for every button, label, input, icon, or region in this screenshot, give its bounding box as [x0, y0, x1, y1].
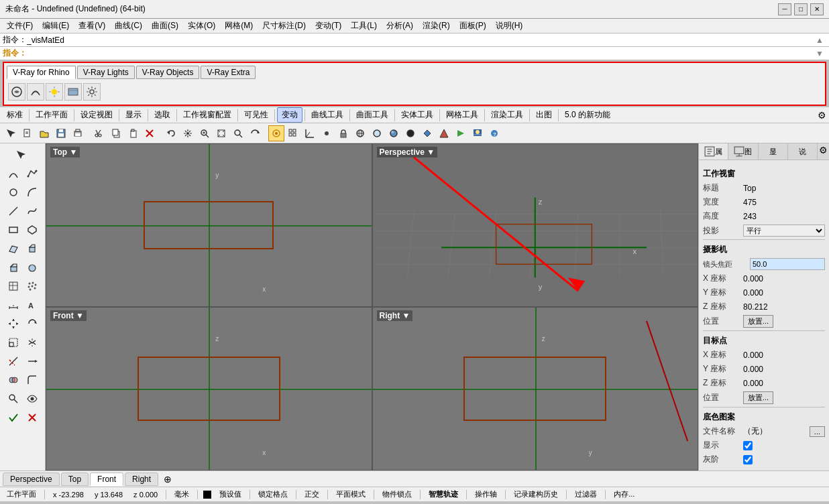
menu-dimension[interactable]: 尺寸标注(D): [258, 19, 310, 33]
tb-display[interactable]: 显示: [121, 108, 146, 122]
lt-box[interactable]: [5, 259, 22, 276]
tb-solid-tools[interactable]: 实体工具: [397, 108, 437, 122]
viewport-front[interactable]: x z Front ▼: [46, 307, 372, 470]
rp-tab-properties[interactable]: 属: [699, 143, 728, 160]
lt-surface[interactable]: [5, 240, 22, 257]
command-line-2[interactable]: 指令： ▼: [0, 47, 829, 60]
tb-new-features[interactable]: 5.0 的新功能: [561, 108, 614, 122]
minimize-button[interactable]: ─: [778, 3, 791, 15]
tool-sphere-black[interactable]: [402, 125, 419, 141]
lt-dimension[interactable]: [5, 296, 22, 314]
lt-scale[interactable]: [5, 334, 22, 351]
menu-help[interactable]: 说明(H): [492, 19, 527, 33]
tool-render[interactable]: [469, 125, 486, 141]
tool-delete[interactable]: [142, 125, 158, 141]
lt-extend[interactable]: [23, 353, 41, 370]
tb-transform[interactable]: 变动: [277, 107, 302, 123]
btab-perspective[interactable]: Perspective: [3, 472, 60, 486]
tool-zoom-selected[interactable]: [230, 125, 246, 141]
tool-snap[interactable]: [268, 125, 284, 141]
sb-record-history[interactable]: 记录建构历史: [511, 489, 561, 499]
tool-ortho[interactable]: [302, 125, 318, 141]
menu-file[interactable]: 文件(F): [3, 19, 37, 33]
viewport-perspective-label[interactable]: Perspective ▼: [377, 147, 438, 158]
maximize-button[interactable]: □: [794, 3, 808, 15]
tool-pan[interactable]: [180, 125, 196, 141]
menu-analysis[interactable]: 分析(A): [382, 19, 417, 33]
tool-zoom-extents[interactable]: [213, 125, 229, 141]
tool-sphere-solid[interactable]: [386, 125, 402, 141]
menu-tools[interactable]: 工具(L): [347, 19, 381, 33]
sb-planar[interactable]: 平面模式: [333, 489, 368, 499]
tb-setview[interactable]: 设定视图: [76, 108, 117, 122]
lt-visibility-toggle[interactable]: [23, 390, 41, 407]
lt-circle[interactable]: [5, 184, 22, 201]
lt-arc[interactable]: [23, 184, 41, 201]
tool-point[interactable]: [319, 125, 335, 141]
sb-ortho[interactable]: 正交: [302, 489, 322, 499]
lt-fillet[interactable]: [23, 371, 41, 389]
tb-surface-tools[interactable]: 曲面工具: [352, 108, 392, 122]
tool-open[interactable]: [36, 125, 52, 141]
menu-transform[interactable]: 变动(T): [311, 19, 345, 33]
viewport-perspective[interactable]: x z y Perspective ▼: [372, 143, 699, 307]
rp-tgt-pos-button[interactable]: 放置...: [743, 391, 773, 404]
cmd-scroll-down[interactable]: ▼: [816, 49, 826, 58]
rp-projection-select[interactable]: 平行 透视: [743, 225, 825, 237]
lt-mesh[interactable]: [5, 277, 22, 295]
lt-polygon[interactable]: [23, 221, 41, 239]
tool-paste[interactable]: [125, 125, 141, 141]
vray-icon-3[interactable]: [46, 83, 63, 101]
rp-tab-display[interactable]: 图: [728, 143, 758, 160]
tool-undo[interactable]: [163, 125, 179, 141]
tb-workplane[interactable]: 工作平面: [32, 108, 72, 122]
sb-filter[interactable]: 过滤器: [572, 489, 600, 499]
rp-settings-icon[interactable]: ⚙: [818, 143, 829, 160]
tb-curve-tools[interactable]: 曲线工具: [307, 108, 347, 122]
menu-solid[interactable]: 实体(O): [184, 19, 219, 33]
tool-material[interactable]: [436, 125, 452, 141]
btab-front[interactable]: Front: [90, 472, 123, 486]
menu-render[interactable]: 渲染(R): [419, 19, 454, 33]
lt-boolean[interactable]: [5, 371, 22, 389]
cmd-input[interactable]: [27, 49, 816, 58]
tool-render-preview[interactable]: [453, 125, 469, 141]
lt-mirror[interactable]: [23, 334, 41, 351]
tool-globe[interactable]: [352, 125, 368, 141]
viewport-top-label[interactable]: Top ▼: [50, 147, 80, 158]
rp-bg-gray-checkbox[interactable]: [743, 455, 753, 464]
tool-lock[interactable]: [335, 125, 351, 141]
tool-grid-snap[interactable]: [285, 125, 301, 141]
tool-arrow[interactable]: [3, 125, 19, 141]
tool-print[interactable]: [70, 125, 86, 141]
lt-analyze[interactable]: [5, 390, 22, 407]
lt-rectangle[interactable]: [5, 221, 22, 239]
menu-edit[interactable]: 编辑(E): [38, 19, 73, 33]
vray-tab-extra[interactable]: V-Ray Extra: [201, 66, 256, 79]
tb-visibility[interactable]: 可见性: [240, 108, 272, 122]
tb-print[interactable]: 出图: [532, 108, 556, 122]
vray-icon-4[interactable]: [64, 83, 82, 101]
sb-smart-track[interactable]: 智慧轨迹: [426, 489, 461, 499]
btab-top[interactable]: Top: [61, 472, 89, 486]
menu-panel[interactable]: 面板(P): [455, 19, 490, 33]
rp-cam-pos-button[interactable]: 放置...: [743, 315, 773, 328]
lt-text[interactable]: A: [23, 296, 41, 314]
rp-bg-show-checkbox[interactable]: [743, 441, 753, 450]
toolbar-settings-icon[interactable]: ⚙: [818, 110, 826, 121]
tool-save[interactable]: [53, 125, 69, 141]
menu-curve[interactable]: 曲线(C): [111, 19, 146, 33]
vray-icon-1[interactable]: [8, 83, 25, 101]
rp-focal-input[interactable]: [750, 258, 825, 270]
viewport-front-label[interactable]: Front ▼: [50, 310, 87, 321]
lt-polyline[interactable]: [23, 165, 41, 182]
menu-surface[interactable]: 曲面(S): [148, 19, 182, 33]
sb-lock-grid[interactable]: 锁定格点: [256, 489, 290, 499]
vray-tab-objects[interactable]: V-Ray Objects: [136, 66, 200, 79]
btab-add[interactable]: ⊕: [160, 472, 176, 486]
tool-help[interactable]: ?: [486, 125, 502, 141]
lt-line[interactable]: [5, 202, 22, 220]
lt-extrude[interactable]: [23, 240, 41, 257]
tb-viewport-config[interactable]: 工作视窗配置: [179, 108, 235, 122]
sb-memory[interactable]: 内存...: [611, 489, 637, 499]
